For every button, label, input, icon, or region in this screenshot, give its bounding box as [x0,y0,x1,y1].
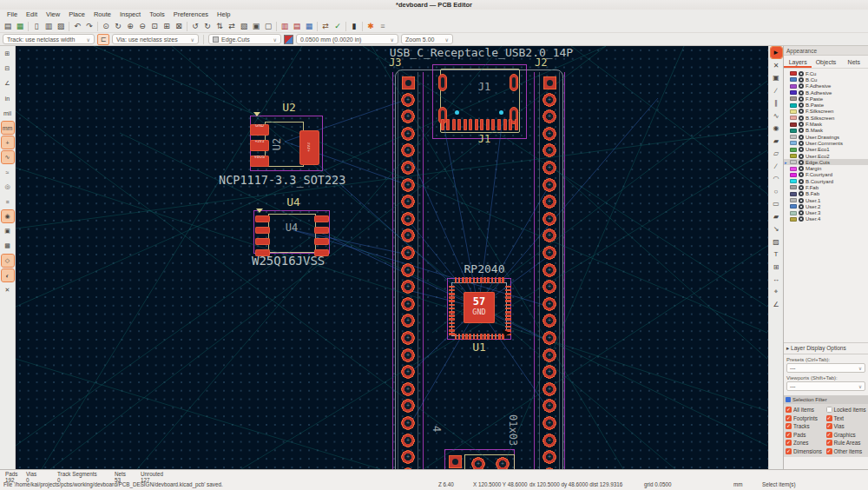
u1-pad[interactable] [487,277,490,283]
checkbox-checked-icon[interactable]: ✓ [826,432,832,438]
j3-pad[interactable] [401,348,415,362]
checkbox-checked-icon[interactable]: ✓ [826,448,832,454]
menu-help[interactable]: Help [213,10,234,20]
layer-color-swatch[interactable] [790,198,797,202]
u4-pad[interactable] [255,227,270,234]
u1-pad[interactable] [505,318,511,321]
u1-pad[interactable] [491,334,494,340]
place-footprint-tool-button[interactable]: ▣ [771,72,782,83]
footprint-browser-button[interactable]: ▤ [292,21,303,32]
filter-pads[interactable]: ✓Pads [786,432,826,438]
layer-color-swatch[interactable] [790,77,797,82]
j4-pad[interactable] [471,457,485,469]
layer-row-user-3[interactable]: User.3 [784,210,868,216]
j3-pad[interactable] [401,467,415,469]
j3-pad[interactable] [401,297,415,311]
checkbox-checked-icon[interactable]: ✓ [786,448,792,454]
layer-row-user-eco2[interactable]: User.Eco2 [784,153,868,159]
j2-pad[interactable] [542,467,556,469]
j3-pad[interactable] [401,450,415,464]
u1-pad[interactable] [505,300,511,302]
u1-pad[interactable] [480,334,483,340]
j2-pad[interactable] [542,246,556,260]
j3-pad[interactable] [401,228,415,242]
rotate-cw-button[interactable]: ↻ [202,21,214,32]
library-button[interactable]: ▦ [304,21,315,32]
menu-tools[interactable]: Tools [145,10,169,20]
layer-visibility-eye-icon[interactable] [799,90,804,96]
layer-row-f-fab[interactable]: F.Fab [784,184,868,190]
zoom-selection-button[interactable]: ⊠ [174,21,185,32]
line-tool-button[interactable]: ∕ [771,161,782,172]
filter-locked-items[interactable]: Locked items [826,407,867,413]
layer-row-f-paste[interactable]: F.Paste [784,96,868,102]
j3-pad[interactable] [401,280,415,294]
layer-color-swatch[interactable] [790,116,797,120]
usb-smd-pad[interactable] [446,119,450,130]
j2-pad[interactable] [542,416,556,430]
filter-rule-areas[interactable]: ✓Rule Areas [826,440,867,446]
layer-color-swatch[interactable] [790,160,797,164]
j2-pad[interactable] [542,178,556,192]
j3-pad[interactable] [401,127,415,141]
units-inches-button[interactable]: in [2,92,14,104]
layer-visibility-eye-icon[interactable] [799,116,804,121]
zoom-in-button[interactable]: ⊕ [125,21,136,32]
u1-pad[interactable] [498,277,501,283]
refresh-button[interactable]: ↻ [113,21,124,32]
zoom-fit-button[interactable]: ⊡ [149,21,161,32]
u1-pad[interactable] [455,334,457,340]
layer-visibility-eye-icon[interactable] [799,122,804,127]
zone-tool-button[interactable]: ▰ [771,136,782,147]
plot-button[interactable]: ▨ [56,21,67,32]
layer-color-swatch[interactable] [790,192,797,196]
layer-visibility-eye-icon[interactable] [799,154,804,159]
filter-dimensions[interactable]: ✓Dimensions [786,448,826,454]
layer-row-b-fab[interactable]: B.Fab [784,191,868,197]
j2-pad[interactable] [542,143,556,157]
u1-pad[interactable] [469,277,471,283]
layer-color-swatch[interactable] [790,122,797,127]
layer-row-f-adhesive[interactable]: F.Adhesive [784,83,868,89]
layer-visibility-eye-icon[interactable] [799,96,804,102]
usb-smd-pad[interactable] [475,119,478,130]
usb-smd-pad[interactable] [486,119,490,130]
layer-color-swatch[interactable] [790,148,797,152]
checkbox-checked-icon[interactable]: ✓ [786,423,792,429]
print-button[interactable]: ▥ [43,21,55,32]
layer-visibility-eye-icon[interactable] [799,198,804,203]
show-ratsnest-button[interactable]: ∿ [2,151,14,163]
u2-pad-1[interactable]: GND [250,124,269,136]
menu-place[interactable]: Place [64,10,89,20]
u1-pad[interactable] [455,277,457,283]
layer-color-swatch[interactable] [790,217,797,222]
text-tool-button[interactable]: T [771,248,782,260]
layer-color-swatch[interactable] [790,71,797,76]
polar-coords-button[interactable]: ∠ [2,77,14,89]
layer-row-f-mask[interactable]: F.Mask [784,121,868,127]
layer-row-user-2[interactable]: User.2 [784,203,868,209]
usb-smd-pad[interactable] [452,119,456,130]
layer-row-b-paste[interactable]: B.Paste [784,102,868,108]
j3-pad[interactable] [401,246,415,260]
u4-pad[interactable] [314,238,329,245]
j3-pad[interactable] [401,399,415,413]
layer-visibility-eye-icon[interactable] [799,83,804,89]
usb-smd-pad[interactable] [491,119,495,130]
filter-tracks[interactable]: ✓Tracks [786,423,826,429]
arc-tool-button[interactable]: ◠ [771,173,782,184]
layer-color-swatch[interactable] [790,211,797,215]
layer-visibility-eye-icon[interactable] [799,210,804,215]
footprint-editor-button[interactable]: ▥ [279,21,291,32]
j2-pad[interactable] [542,109,556,123]
menu-view[interactable]: View [42,10,64,20]
j2-pad-1[interactable] [543,76,556,89]
grid-size-select[interactable]: 0.0500 mm (0.0020 in) ∨ [296,34,398,44]
menu-edit[interactable]: Edit [22,10,42,20]
j2-pad[interactable] [542,228,556,242]
j2-pad[interactable] [542,297,556,311]
u1-pad[interactable] [449,329,455,332]
usb-smd-pad[interactable] [469,119,472,130]
j3-pad[interactable] [401,161,415,175]
u1-pad[interactable] [469,334,471,340]
